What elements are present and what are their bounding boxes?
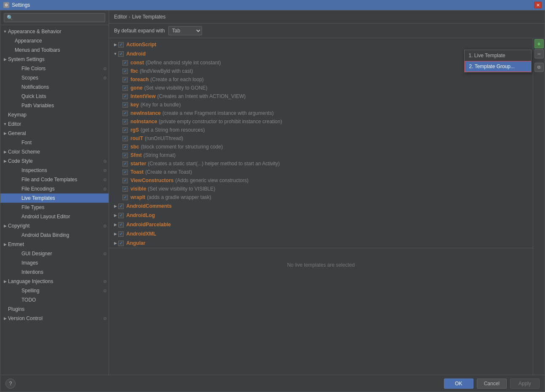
- list-item[interactable]: key (Key for a bundle): [109, 101, 533, 109]
- settings-window: Appearance & Behavior Appearance Menus a…: [0, 10, 545, 392]
- sidebar-item-emmet[interactable]: Emmet: [0, 240, 109, 249]
- list-item[interactable]: foreach (Create a for each loop): [109, 75, 533, 84]
- sidebar-item-font[interactable]: Font: [0, 138, 109, 147]
- template-group-androidcomments[interactable]: AndroidComments: [109, 201, 533, 211]
- sidebar-item-inspections[interactable]: Inspections ⚙: [0, 166, 109, 175]
- dropdown-item-live-template[interactable]: 1. Live Template: [465, 50, 531, 61]
- ok-button[interactable]: OK: [444, 379, 473, 389]
- template-group-angular[interactable]: Angular: [109, 238, 533, 248]
- dropdown-item-template-group[interactable]: 2. Template Group...: [465, 61, 531, 72]
- cancel-button[interactable]: Cancel: [477, 379, 507, 389]
- search-input[interactable]: [4, 13, 105, 22]
- expand-select[interactable]: Tab Space Enter: [168, 26, 202, 35]
- sidebar-item-spelling[interactable]: Spelling ⚙: [0, 286, 109, 295]
- sidebar-item-appearance-behavior[interactable]: Appearance & Behavior: [0, 27, 109, 36]
- sidebar-item-plugins[interactable]: Plugins: [0, 305, 109, 314]
- list-item[interactable]: IntentView (Creates an Intent with ACTIO…: [109, 92, 533, 101]
- item-checkbox[interactable]: [122, 85, 128, 91]
- item-checkbox[interactable]: [122, 77, 128, 82]
- sidebar-item-intentions[interactable]: Intentions: [0, 268, 109, 277]
- sidebar-item-appearance[interactable]: Appearance: [0, 36, 109, 45]
- add-button[interactable]: + 1. Live Template 2. Template Group...: [534, 39, 544, 48]
- sidebar-item-todo[interactable]: TODO: [0, 295, 109, 305]
- close-button[interactable]: ✕: [534, 2, 542, 8]
- gear-icon: ⚙: [103, 279, 107, 284]
- sidebar-item-editor[interactable]: Editor: [0, 119, 109, 129]
- item-checkbox[interactable]: [122, 102, 128, 108]
- item-checkbox[interactable]: [122, 161, 128, 167]
- list-item[interactable]: noInstance (private empty constructor to…: [109, 117, 533, 126]
- sidebar-item-keymap[interactable]: Keymap: [0, 110, 109, 119]
- item-checkbox[interactable]: [122, 186, 128, 192]
- list-item[interactable]: sbc (block comment for structuring code): [109, 143, 533, 151]
- template-group-androidxml[interactable]: AndroidXML: [109, 229, 533, 238]
- sidebar-item-android-data-binding[interactable]: Android Data Binding: [0, 230, 109, 240]
- remove-button[interactable]: −: [534, 49, 544, 58]
- item-checkbox[interactable]: [122, 144, 128, 150]
- sidebar-item-gui-designer[interactable]: GUI Designer ⚙: [0, 249, 109, 258]
- list-item[interactable]: rgS (get a String from resources): [109, 126, 533, 134]
- item-checkbox[interactable]: [122, 153, 128, 158]
- item-checkbox[interactable]: [122, 136, 128, 141]
- template-group-actionscript[interactable]: ActionScript: [109, 40, 533, 49]
- sidebar-item-menus-toolbars[interactable]: Menus and Toolbars: [0, 45, 109, 55]
- item-checkbox[interactable]: [122, 127, 128, 133]
- sidebar-item-scopes[interactable]: Scopes ⚙: [0, 73, 109, 82]
- group-checkbox-android[interactable]: [118, 51, 124, 57]
- group-checkbox-angular[interactable]: [118, 241, 124, 246]
- expand-arrow: [2, 241, 8, 247]
- sidebar-item-notifications[interactable]: Notifications: [0, 82, 109, 92]
- help-button[interactable]: ?: [5, 379, 16, 389]
- sidebar-item-file-code-templates[interactable]: File and Code Templates ⚙: [0, 175, 109, 184]
- sidebar-item-color-scheme[interactable]: Color Scheme: [0, 147, 109, 156]
- group-checkbox-actionscript[interactable]: [118, 42, 124, 48]
- apply-button[interactable]: Apply: [510, 379, 540, 389]
- sidebar-item-version-control[interactable]: Version Control ⚙: [0, 314, 109, 323]
- list-item[interactable]: Sfmt (String format): [109, 151, 533, 159]
- content-area: Appearance & Behavior Appearance Menus a…: [0, 11, 545, 375]
- sidebar-item-language-injections[interactable]: Language Injections ⚙: [0, 277, 109, 286]
- sidebar-item-path-variables[interactable]: Path Variables: [0, 101, 109, 110]
- item-checkbox[interactable]: [122, 178, 128, 183]
- sidebar-item-images[interactable]: Images: [0, 258, 109, 268]
- sidebar-item-general[interactable]: General: [0, 129, 109, 138]
- sidebar-item-file-types[interactable]: File Types: [0, 203, 109, 212]
- group-checkbox-androidparcelable[interactable]: [118, 222, 124, 228]
- sidebar-item-quick-lists[interactable]: Quick Lists: [0, 92, 109, 101]
- sidebar-item-android-layout-editor[interactable]: Android Layout Editor: [0, 212, 109, 221]
- group-checkbox-androidxml[interactable]: [118, 231, 124, 237]
- group-checkbox-androidlog[interactable]: [118, 213, 124, 218]
- templates-area: ActionScript Android const (Define andro…: [109, 38, 545, 375]
- sidebar-item-copyright[interactable]: Copyright ⚙: [0, 221, 109, 230]
- template-group-androidparcelable[interactable]: AndroidParcelable: [109, 220, 533, 229]
- list-item[interactable]: Toast (Create a new Toast): [109, 168, 533, 176]
- item-checkbox[interactable]: [122, 111, 128, 116]
- breadcrumb: Editor › Live Templates: [109, 11, 545, 24]
- bottom-bar: ? OK Cancel Apply: [0, 375, 545, 392]
- item-checkbox[interactable]: [122, 119, 128, 124]
- item-checkbox[interactable]: [122, 60, 128, 66]
- list-item[interactable]: gone (Set view visibility to GONE): [109, 84, 533, 92]
- item-checkbox[interactable]: [122, 195, 128, 200]
- sidebar-item-system-settings[interactable]: System Settings: [0, 55, 109, 64]
- list-item[interactable]: wrapIt (adds a gradle wrapper task): [109, 193, 533, 201]
- list-item[interactable]: ViewConstructors (Adds generic view cons…: [109, 176, 533, 185]
- expand-arrow: [112, 231, 118, 237]
- item-checkbox[interactable]: [122, 69, 128, 74]
- list-item[interactable]: visible (Set view visibility to VISIBLE): [109, 185, 533, 193]
- sidebar-item-code-style[interactable]: Code Style ⚙: [0, 156, 109, 166]
- list-item[interactable]: newInstance (create a new Fragment insta…: [109, 109, 533, 117]
- group-checkbox-androidcomments[interactable]: [118, 204, 124, 209]
- sidebar-item-file-encodings[interactable]: File Encodings ⚙: [0, 184, 109, 193]
- expand-arrow: [112, 240, 118, 246]
- list-item[interactable]: starter (Creates a static start(...) hel…: [109, 159, 533, 168]
- breadcrumb-part-editor: Editor: [114, 14, 127, 20]
- copy-button[interactable]: ⧉: [534, 63, 544, 72]
- list-item[interactable]: rouiT (runOnUIThread): [109, 134, 533, 143]
- sidebar-item-file-colors[interactable]: File Colors ⚙: [0, 64, 109, 73]
- sidebar-item-live-templates[interactable]: Live Templates: [0, 193, 109, 203]
- item-checkbox[interactable]: [122, 94, 128, 99]
- template-group-androidlog[interactable]: AndroidLog: [109, 211, 533, 220]
- item-checkbox[interactable]: [122, 170, 128, 175]
- expand-arrow: [2, 29, 8, 34]
